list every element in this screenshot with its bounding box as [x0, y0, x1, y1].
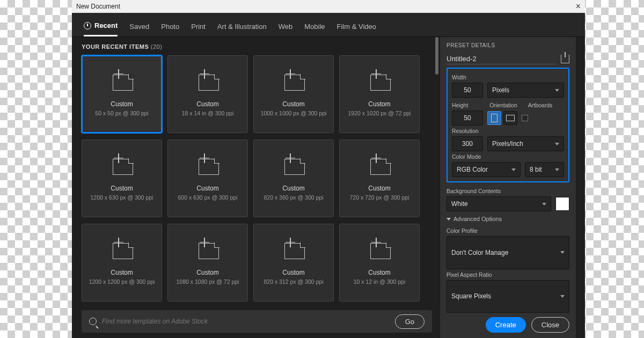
window-title: New Document — [76, 3, 120, 10]
document-icon — [111, 241, 133, 259]
tab-film[interactable]: Film & Video — [337, 18, 376, 36]
tab-print[interactable]: Print — [191, 18, 206, 36]
preset-item[interactable]: Custom 600 x 630 px @ 300 ppi — [167, 139, 248, 217]
close-button[interactable]: Close — [531, 317, 569, 333]
close-icon[interactable]: × — [576, 2, 581, 11]
height-input[interactable] — [452, 111, 483, 126]
create-button[interactable]: Create — [486, 317, 526, 333]
chevron-down-icon — [542, 203, 546, 205]
preset-item[interactable]: Custom 1080 x 1080 px @ 72 ppi — [167, 224, 248, 302]
preset-dimensions: 18 x 14 in @ 300 ppi — [182, 110, 233, 116]
colormode-label: Color Mode — [452, 153, 564, 160]
search-icon — [89, 318, 97, 325]
document-icon — [111, 157, 133, 175]
chevron-down-icon — [555, 168, 559, 171]
document-icon — [111, 72, 133, 91]
document-name-input[interactable] — [447, 54, 557, 64]
tab-photo[interactable]: Photo — [161, 18, 179, 36]
preset-item[interactable]: Custom 644 x 338 px @ 300 ppi — [82, 139, 162, 217]
scrollbar[interactable] — [435, 37, 438, 75]
preset-name: Custom — [111, 269, 133, 276]
preset-dimensions: 600 x 630 px @ 300 ppi — [178, 194, 237, 201]
titlebar: New Document × — [72, 0, 585, 13]
bitdepth-select[interactable]: 8 bit — [525, 162, 564, 177]
preset-name: Custom — [196, 185, 218, 192]
par-label: Pixel Aspect Ratio — [447, 271, 569, 278]
width-input[interactable] — [452, 83, 483, 98]
colorprofile-select[interactable]: Don't Color Manage — [447, 236, 569, 269]
unit-select[interactable]: Pixels — [487, 83, 564, 98]
preset-name: Custom — [196, 269, 218, 276]
new-document-dialog: New Document × Recent Saved Photo Print … — [72, 0, 585, 338]
preset-dimensions: 10 x 12 in @ 300 ppi — [354, 278, 405, 285]
resolution-label: Resolution — [452, 128, 564, 134]
preset-item[interactable]: Custom 1920 x 1020 px @ 72 ppi — [339, 55, 420, 133]
portrait-icon — [491, 114, 497, 122]
resolution-unit-select[interactable]: Pixels/Inch — [487, 136, 564, 151]
height-label: Height — [452, 102, 468, 108]
document-icon — [368, 241, 391, 259]
preset-item[interactable]: Custom 820 x 360 px @ 300 ppi — [253, 139, 334, 217]
document-icon — [282, 157, 305, 175]
tab-saved[interactable]: Saved — [129, 18, 149, 36]
preset-dimensions: 720 x 720 px @ 300 ppi — [349, 194, 409, 201]
tab-web[interactable]: Web — [279, 18, 293, 36]
preset-dimensions: 1000 x 1000 px @ 300 ppi — [261, 110, 327, 116]
preset-details-header: PRESET DETAILS — [447, 42, 569, 48]
bgcontents-select[interactable]: White — [447, 196, 551, 211]
bgcontents-label: Background Contents — [447, 188, 569, 194]
preset-name: Custom — [111, 100, 133, 108]
chevron-down-icon — [560, 295, 565, 298]
document-icon — [282, 241, 305, 259]
preset-name: Custom — [196, 100, 218, 108]
preset-dimensions: 50 x 50 px @ 300 ppi — [95, 110, 148, 116]
chevron-down-icon — [555, 89, 559, 92]
tab-recent[interactable]: Recent — [84, 18, 118, 36]
stock-search-bar: Go — [82, 310, 432, 333]
preset-item[interactable]: Custom 820 x 312 px @ 300 ppi — [253, 224, 334, 302]
orientation-portrait-button[interactable] — [487, 111, 501, 125]
artboards-label: Artboards — [528, 102, 553, 108]
orientation-label: Orientation — [489, 102, 517, 108]
export-preset-icon[interactable] — [561, 55, 569, 63]
tab-art[interactable]: Art & Illustration — [217, 18, 267, 36]
preset-item[interactable]: Custom 720 x 720 px @ 300 ppi — [339, 139, 420, 217]
chevron-down-icon — [555, 143, 559, 145]
preset-name: Custom — [368, 100, 390, 108]
recent-items-header: YOUR RECENT ITEMS (20) — [82, 43, 430, 50]
preset-name: Custom — [111, 185, 133, 192]
resolution-input[interactable] — [452, 136, 483, 151]
preset-dimensions: 820 x 312 px @ 300 ppi — [264, 278, 323, 285]
document-icon — [196, 72, 219, 91]
preset-dimensions: 1920 x 1020 px @ 72 ppi — [348, 110, 411, 116]
preset-name: Custom — [282, 269, 304, 276]
orientation-landscape-button[interactable] — [503, 111, 517, 125]
stock-search-input[interactable] — [102, 318, 390, 325]
artboards-checkbox[interactable] — [522, 115, 528, 121]
preset-details-panel: PRESET DETAILS Width Pixels Height Orien… — [440, 37, 576, 338]
preset-dimensions: 820 x 360 px @ 300 ppi — [264, 194, 323, 201]
preset-name: Custom — [368, 185, 390, 192]
preset-dimensions: 1080 x 1080 px @ 72 ppi — [177, 278, 239, 285]
advanced-options-toggle[interactable]: Advanced Options — [447, 216, 569, 222]
chevron-down-icon — [447, 218, 451, 221]
preset-item[interactable]: Custom 1000 x 1000 px @ 300 ppi — [253, 55, 334, 133]
preset-item[interactable]: Custom 1200 x 1200 px @ 300 ppi — [82, 224, 162, 302]
chevron-down-icon — [560, 251, 565, 254]
bg-color-swatch[interactable] — [555, 197, 569, 211]
preset-item[interactable]: Custom 10 x 12 in @ 300 ppi — [339, 224, 420, 302]
width-label: Width — [452, 74, 564, 80]
dimension-highlight: Width Pixels Height Orientation Artboard… — [447, 68, 569, 182]
preset-item[interactable]: Custom 18 x 14 in @ 300 ppi — [167, 55, 248, 133]
preset-name: Custom — [282, 100, 304, 108]
go-button[interactable]: Go — [395, 314, 425, 329]
preset-name: Custom — [368, 269, 390, 276]
preset-item[interactable]: Custom 50 x 50 px @ 300 ppi — [82, 55, 162, 133]
chevron-down-icon — [511, 168, 516, 171]
preset-dimensions: 644 x 338 px @ 300 ppi — [91, 194, 153, 201]
tab-mobile[interactable]: Mobile — [304, 18, 325, 36]
document-icon — [368, 157, 391, 175]
par-select[interactable]: Square Pixels — [447, 280, 569, 313]
clock-icon — [84, 22, 91, 30]
colormode-select[interactable]: RGB Color — [452, 162, 521, 177]
